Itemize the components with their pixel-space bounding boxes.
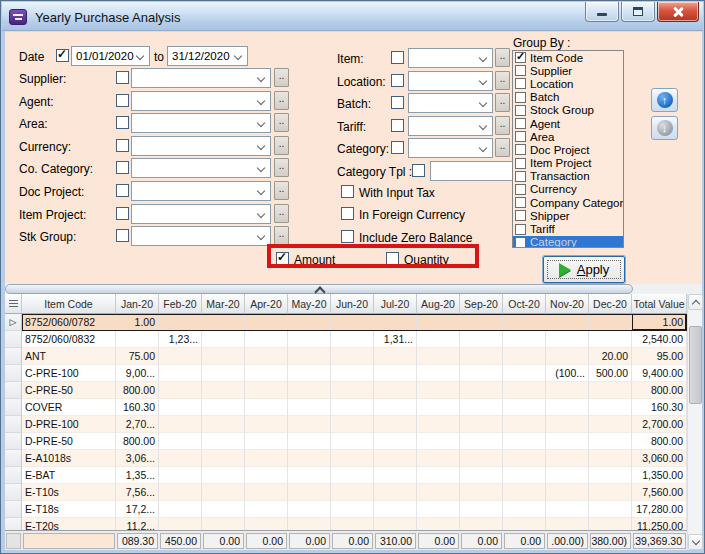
month-value-cell[interactable] xyxy=(331,450,374,467)
group-by-checkbox-currency[interactable] xyxy=(515,184,526,195)
month-value-cell[interactable] xyxy=(202,433,245,450)
item-code-cell[interactable]: COVER xyxy=(22,399,116,416)
month-value-cell[interactable] xyxy=(546,416,589,433)
move-down-button[interactable]: ↓ xyxy=(651,116,678,140)
table-row-c-pre-50[interactable]: C-PRE-50800.00800.00 xyxy=(5,382,687,399)
month-value-cell[interactable] xyxy=(460,382,503,399)
month-value-cell[interactable] xyxy=(417,518,460,530)
month-value-cell[interactable] xyxy=(460,450,503,467)
group-by-item-item-project[interactable]: Item Project xyxy=(513,157,623,170)
month-value-cell[interactable] xyxy=(374,382,417,399)
browse-button-category[interactable]: .. xyxy=(495,138,510,157)
month-value-cell[interactable] xyxy=(202,314,245,331)
month-value-cell[interactable]: 800.00 xyxy=(116,433,159,450)
month-value-cell[interactable] xyxy=(460,501,503,518)
month-value-cell[interactable] xyxy=(374,314,417,331)
month-value-cell[interactable] xyxy=(288,348,331,365)
table-row-e-t20s[interactable]: E-T20s11,2...11,250.00 xyxy=(5,518,687,530)
total-value-cell[interactable]: 11,250.00 xyxy=(632,518,687,530)
browse-button-location[interactable]: .. xyxy=(495,71,510,90)
month-value-cell[interactable] xyxy=(288,467,331,484)
group-by-item-currency[interactable]: Currency xyxy=(513,183,623,196)
group-by-checkbox-area[interactable] xyxy=(515,131,526,142)
month-value-cell[interactable]: 1,23... xyxy=(159,331,202,348)
table-row-c-pre-100[interactable]: C-PRE-1009,00...(100...500.009,400.00 xyxy=(5,365,687,382)
month-value-cell[interactable] xyxy=(331,484,374,501)
group-by-item-area[interactable]: Area xyxy=(513,130,623,143)
month-value-cell[interactable] xyxy=(589,331,632,348)
group-by-item-item-code[interactable]: Item Code xyxy=(513,51,623,64)
group-by-checkbox-transaction[interactable] xyxy=(515,171,526,182)
column-header-aug-20[interactable]: Aug-20 xyxy=(417,294,460,314)
month-value-cell[interactable] xyxy=(331,314,374,331)
total-value-cell[interactable]: 2,540.00 xyxy=(632,331,687,348)
month-value-cell[interactable] xyxy=(503,399,546,416)
month-value-cell[interactable] xyxy=(417,416,460,433)
month-value-cell[interactable] xyxy=(460,348,503,365)
month-value-cell[interactable] xyxy=(245,382,288,399)
month-value-cell[interactable] xyxy=(417,467,460,484)
browse-button-currency[interactable]: .. xyxy=(274,136,289,155)
month-value-cell[interactable] xyxy=(245,501,288,518)
month-value-cell[interactable] xyxy=(245,331,288,348)
field-checkbox-currency[interactable] xyxy=(116,139,129,152)
group-by-item-supplier[interactable]: Supplier xyxy=(513,64,623,77)
month-value-cell[interactable] xyxy=(503,518,546,530)
field-combo-doc-project[interactable] xyxy=(131,181,271,201)
month-value-cell[interactable] xyxy=(374,348,417,365)
month-value-cell[interactable] xyxy=(202,365,245,382)
month-value-cell[interactable] xyxy=(460,467,503,484)
field-combo-batch[interactable] xyxy=(408,93,493,113)
row-selector[interactable]: ▷ xyxy=(5,314,22,331)
month-value-cell[interactable] xyxy=(288,365,331,382)
month-value-cell[interactable] xyxy=(159,433,202,450)
month-value-cell[interactable] xyxy=(589,433,632,450)
column-header-dec-20[interactable]: Dec-20 xyxy=(589,294,632,314)
item-code-cell[interactable]: ANT xyxy=(22,348,116,365)
month-value-cell[interactable] xyxy=(546,314,589,331)
total-value-cell[interactable]: 3,060.00 xyxy=(632,450,687,467)
browse-button-stk-group[interactable]: .. xyxy=(274,226,289,245)
month-value-cell[interactable]: (100... xyxy=(546,365,589,382)
month-value-cell[interactable] xyxy=(159,365,202,382)
group-by-checkbox-supplier[interactable] xyxy=(515,65,526,76)
field-checkbox-batch[interactable] xyxy=(391,96,404,109)
month-value-cell[interactable] xyxy=(159,501,202,518)
month-value-cell[interactable] xyxy=(589,518,632,530)
month-value-cell[interactable] xyxy=(288,433,331,450)
month-value-cell[interactable] xyxy=(503,501,546,518)
month-value-cell[interactable] xyxy=(331,501,374,518)
field-checkbox-stk-group[interactable] xyxy=(116,229,129,242)
field-combo-agent[interactable] xyxy=(131,91,271,111)
row-selector[interactable] xyxy=(5,348,22,365)
total-value-cell[interactable]: 1.00 xyxy=(632,314,687,331)
month-value-cell[interactable] xyxy=(245,365,288,382)
total-value-cell[interactable]: 800.00 xyxy=(632,382,687,399)
field-checkbox-tariff[interactable] xyxy=(391,119,404,132)
month-value-cell[interactable] xyxy=(460,484,503,501)
table-row-e-t18s[interactable]: E-T18s17,2...17,280.00 xyxy=(5,501,687,518)
column-header-jan-20[interactable]: Jan-20 xyxy=(116,294,159,314)
month-value-cell[interactable]: 3,06... xyxy=(116,450,159,467)
month-value-cell[interactable] xyxy=(374,433,417,450)
month-value-cell[interactable] xyxy=(503,365,546,382)
month-value-cell[interactable] xyxy=(546,450,589,467)
month-value-cell[interactable] xyxy=(288,450,331,467)
close-button[interactable] xyxy=(657,2,699,22)
item-code-cell[interactable]: D-PRE-50 xyxy=(22,433,116,450)
month-value-cell[interactable] xyxy=(589,467,632,484)
group-by-checkbox-company-category[interactable] xyxy=(515,197,526,208)
total-value-cell[interactable]: 1,350.00 xyxy=(632,467,687,484)
month-value-cell[interactable] xyxy=(331,399,374,416)
group-by-item-batch[interactable]: Batch xyxy=(513,91,623,104)
month-value-cell[interactable] xyxy=(159,484,202,501)
month-value-cell[interactable] xyxy=(417,348,460,365)
field-combo-supplier[interactable] xyxy=(131,68,271,88)
table-row-8752-060-0832[interactable]: 8752/060/08321,23...1,31...2,540.00 xyxy=(5,331,687,348)
field-checkbox-item[interactable] xyxy=(391,51,404,64)
browse-button-area[interactable]: .. xyxy=(274,113,289,132)
item-code-cell[interactable]: D-PRE-100 xyxy=(22,416,116,433)
item-code-cell[interactable]: E-BAT xyxy=(22,467,116,484)
month-value-cell[interactable]: 20.00 xyxy=(589,348,632,365)
browse-button-item[interactable]: .. xyxy=(495,48,510,67)
